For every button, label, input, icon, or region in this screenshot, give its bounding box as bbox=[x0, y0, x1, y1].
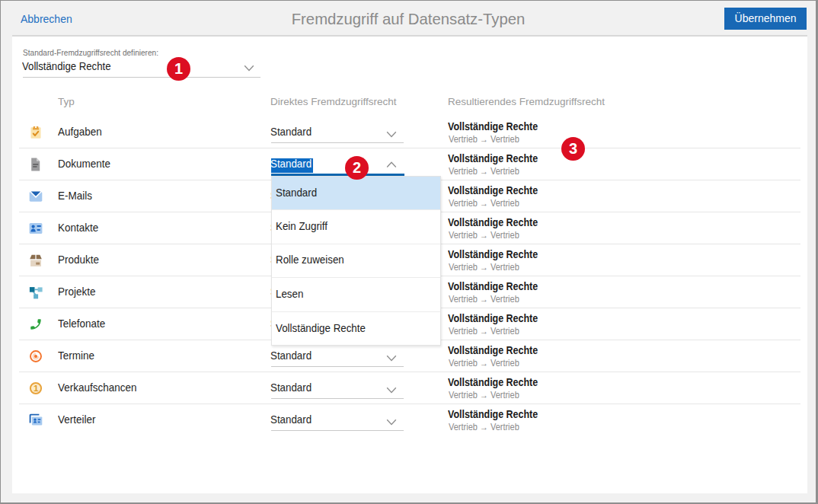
svg-text:1: 1 bbox=[34, 384, 39, 393]
